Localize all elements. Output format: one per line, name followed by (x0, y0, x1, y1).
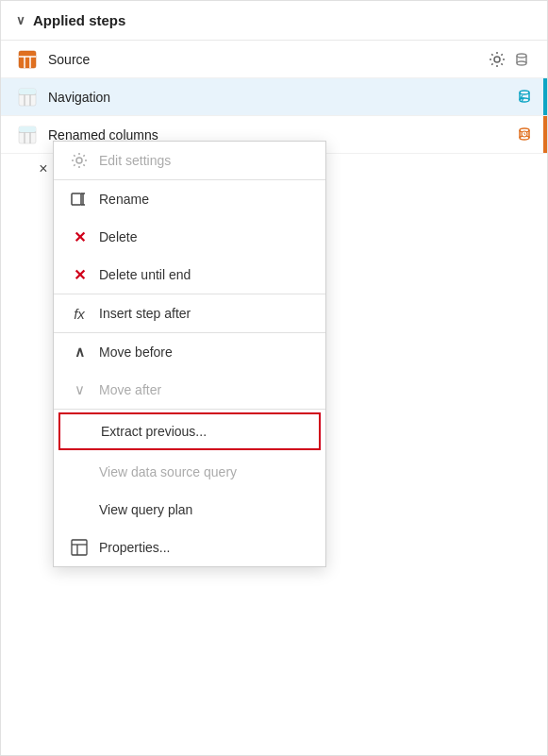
move-after-icon: ∨ (69, 379, 90, 400)
delete-label: Delete (99, 229, 137, 244)
properties-label: Properties... (99, 540, 170, 555)
menu-item-properties[interactable]: Properties... (54, 529, 325, 566)
context-menu: Edit settings Rename ✕ Delete ✕ Del (53, 141, 326, 567)
delete-until-end-label: Delete until end (99, 267, 191, 282)
step-item-source[interactable]: Source (1, 41, 547, 78)
panel-title: Applied steps (33, 12, 125, 28)
cylinder-icon[interactable] (511, 49, 532, 70)
teal-accent-bar (543, 78, 547, 115)
close-context-menu-button[interactable]: × (34, 160, 53, 178)
orange-accent-bar (543, 116, 547, 153)
rename-label: Rename (99, 192, 149, 207)
step-item-navigation[interactable]: Navigation (1, 78, 547, 116)
menu-item-view-query-plan[interactable]: View query plan (54, 491, 325, 529)
svg-rect-0 (19, 51, 36, 68)
rename-icon (69, 189, 90, 210)
properties-icon (69, 537, 90, 558)
step-renamed-actions (511, 125, 532, 145)
lightning-cylinder-icon[interactable] (511, 87, 532, 108)
svg-rect-35 (72, 540, 87, 555)
view-data-source-query-label: View data source query (99, 464, 237, 479)
chevron-icon: ∨ (16, 13, 25, 27)
svg-point-5 (517, 54, 526, 58)
menu-item-extract-previous[interactable]: Extract previous... (58, 412, 321, 450)
divider-4 (54, 409, 325, 410)
step-navigation-label: Navigation (48, 90, 511, 105)
menu-item-edit-settings[interactable]: Edit settings (54, 142, 325, 179)
svg-point-14 (520, 91, 529, 94)
table-teal-icon (16, 86, 39, 109)
gear-icon[interactable] (487, 49, 507, 70)
fx-icon: fx (69, 303, 90, 324)
step-navigation-actions (511, 87, 532, 108)
delete-icon: ✕ (69, 227, 90, 247)
table-rename-icon (16, 124, 39, 146)
move-after-label: Move after (99, 382, 161, 397)
edit-settings-label: Edit settings (99, 153, 171, 168)
move-before-label: Move before (99, 344, 173, 360)
svg-rect-22 (19, 126, 36, 132)
panel: ∨ Applied steps Source (0, 0, 548, 756)
svg-point-30 (76, 158, 82, 163)
svg-point-8 (517, 61, 526, 65)
svg-rect-13 (19, 89, 36, 94)
menu-item-delete[interactable]: ✕ Delete (54, 218, 325, 256)
view-query-plan-label: View query plan (99, 502, 192, 517)
clock-cylinder-icon[interactable] (511, 125, 532, 145)
move-before-icon: ∧ (69, 342, 90, 362)
steps-list: Source (1, 41, 547, 154)
menu-item-move-before[interactable]: ∧ Move before (54, 333, 325, 371)
step-source-label: Source (48, 52, 487, 67)
view-query-plan-icon (69, 499, 90, 520)
extract-previous-label: Extract previous... (101, 424, 207, 439)
menu-item-rename[interactable]: Rename (54, 180, 325, 218)
menu-item-view-data-source-query[interactable]: View data source query (54, 453, 325, 491)
menu-item-move-after[interactable]: ∨ Move after (54, 371, 325, 409)
view-data-source-query-icon (69, 462, 90, 482)
edit-settings-icon (69, 150, 90, 171)
applied-steps-header: ∨ Applied steps (1, 1, 547, 41)
delete-until-end-icon: ✕ (69, 264, 90, 285)
menu-item-insert-step-after[interactable]: fx Insert step after (54, 294, 325, 332)
table-orange-icon (16, 48, 39, 71)
extract-previous-icon (71, 421, 91, 442)
step-source-actions (487, 49, 532, 70)
insert-step-after-label: Insert step after (99, 306, 191, 321)
svg-point-4 (494, 57, 500, 62)
menu-item-delete-until-end[interactable]: ✕ Delete until end (54, 256, 325, 294)
svg-rect-31 (72, 193, 81, 205)
